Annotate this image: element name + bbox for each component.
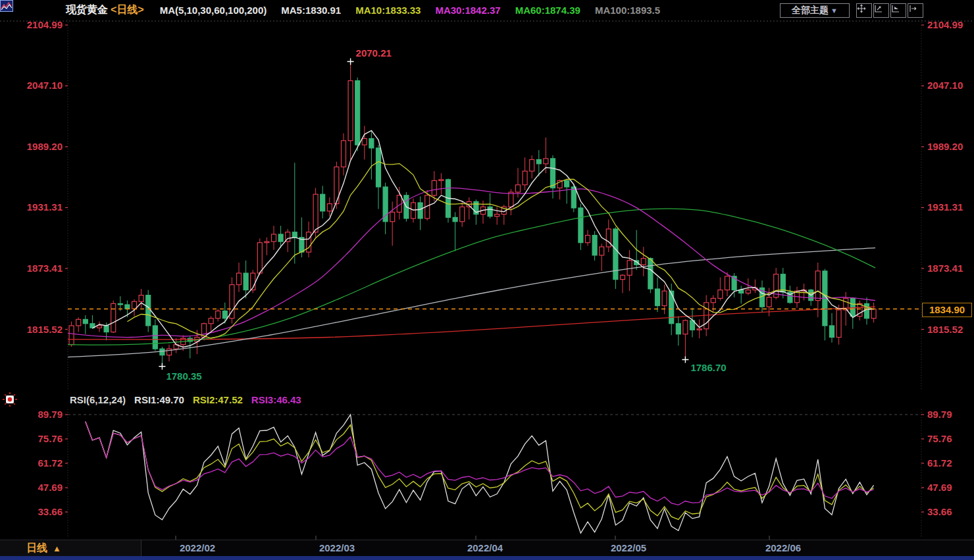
price-axis-label-right: 2047.10 (927, 80, 963, 91)
scale-y-axis-button[interactable] (873, 3, 889, 18)
candle[interactable] (523, 157, 527, 190)
candle[interactable] (627, 250, 632, 291)
price-axis-label-left: 2047.10 (27, 80, 63, 91)
pan-tool-button[interactable] (856, 3, 872, 18)
shift-right-button[interactable] (908, 3, 923, 18)
bottom-scrollbar[interactable] (0, 556, 974, 560)
candle[interactable] (146, 290, 151, 332)
candle[interactable] (97, 322, 102, 332)
candle[interactable] (327, 197, 332, 216)
price-axis-label-right: 2104.99 (927, 19, 963, 30)
candle[interactable] (516, 168, 521, 197)
last-price-badge[interactable]: 1834.90 (922, 303, 972, 317)
candle[interactable] (446, 178, 451, 222)
candle[interactable] (453, 212, 457, 251)
candle[interactable] (460, 201, 465, 227)
candle[interactable] (641, 247, 646, 276)
candle[interactable] (362, 126, 367, 159)
candle[interactable] (621, 274, 625, 293)
rsi-axis-label-right: 75.76 (927, 433, 952, 444)
extreme-cross-marker (347, 59, 354, 65)
candle[interactable] (383, 183, 388, 234)
candle[interactable] (272, 226, 276, 250)
candle[interactable] (690, 308, 695, 338)
candle[interactable] (683, 319, 688, 359)
candle[interactable] (809, 289, 813, 306)
candle[interactable] (823, 269, 827, 341)
price-annotation: 1786.70 (690, 362, 726, 373)
ma-param-label: MA(5,10,30,60,100,200) (160, 5, 267, 16)
candle[interactable] (418, 196, 423, 230)
candle[interactable] (244, 261, 248, 299)
candle[interactable] (858, 301, 862, 320)
candle[interactable] (586, 230, 590, 246)
candle[interactable] (265, 238, 269, 255)
candle[interactable] (613, 227, 618, 289)
candle[interactable] (565, 180, 569, 204)
candle[interactable] (592, 231, 597, 261)
candle[interactable] (348, 62, 353, 160)
candle[interactable] (209, 317, 213, 331)
candle[interactable] (551, 155, 555, 199)
candle[interactable] (676, 317, 680, 346)
red-sun-icon (2, 392, 18, 407)
candle[interactable] (467, 197, 471, 220)
candle[interactable] (390, 201, 395, 245)
candle[interactable] (600, 243, 604, 271)
candle[interactable] (739, 286, 744, 303)
rsi1-value: RSI1:49.70 (134, 394, 184, 405)
candle[interactable] (76, 317, 81, 332)
candle[interactable] (509, 189, 513, 215)
candle[interactable] (648, 257, 653, 293)
ma30-line (66, 188, 875, 338)
ma60-value: MA60:1874.39 (515, 5, 580, 16)
candlestick-chart-canvas[interactable]: 2104.992104.992047.102047.101989.201989.… (0, 0, 974, 560)
candle[interactable] (355, 78, 360, 151)
axis-scale-up-icon (874, 4, 883, 13)
candle[interactable] (753, 280, 757, 293)
candle[interactable] (830, 313, 834, 343)
theme-dropdown-button[interactable]: 全部主题 ▼ (780, 3, 850, 18)
rsi-pane-header: RSI(6,12,24) RSI1:49.70 RSI2:47.52 RSI3:… (0, 391, 974, 408)
ma5-line (92, 130, 873, 347)
candle[interactable] (230, 277, 234, 323)
candle[interactable] (90, 315, 95, 329)
candle[interactable] (655, 277, 660, 312)
rsi-axis-label-left: 61.72 (38, 457, 63, 469)
candle[interactable] (222, 303, 227, 324)
candle[interactable] (836, 305, 841, 345)
candle[interactable] (495, 207, 500, 224)
candle[interactable] (320, 186, 325, 218)
candle[interactable] (781, 268, 785, 298)
candle[interactable] (167, 345, 172, 362)
candle[interactable] (578, 204, 583, 250)
candle[interactable] (746, 278, 750, 295)
symbol-name: 现货黄金 (66, 3, 108, 17)
candle[interactable] (397, 187, 401, 220)
candle[interactable] (530, 155, 534, 178)
candle[interactable] (63, 343, 67, 357)
period-selector-button[interactable]: 日线 ▲ (0, 540, 141, 556)
candle[interactable] (871, 303, 876, 322)
candle[interactable] (662, 285, 667, 315)
candle[interactable] (257, 238, 262, 275)
candle[interactable] (83, 315, 88, 334)
candle[interactable] (488, 193, 492, 218)
candle[interactable] (369, 131, 374, 179)
scale-x-axis-button[interactable] (890, 3, 906, 18)
candle[interactable] (237, 263, 242, 292)
candle[interactable] (606, 220, 611, 253)
candle[interactable] (850, 297, 855, 329)
candle[interactable] (292, 163, 297, 263)
candle[interactable] (865, 297, 869, 325)
x-axis-label: 2022/02 (168, 542, 227, 553)
candle[interactable] (697, 319, 702, 338)
candle[interactable] (439, 173, 444, 194)
candle[interactable] (216, 309, 220, 321)
candle[interactable] (111, 301, 116, 334)
candle[interactable] (342, 134, 346, 176)
candle[interactable] (411, 199, 416, 223)
candle[interactable] (718, 277, 723, 300)
candle[interactable] (376, 145, 381, 209)
candle[interactable] (711, 295, 715, 313)
